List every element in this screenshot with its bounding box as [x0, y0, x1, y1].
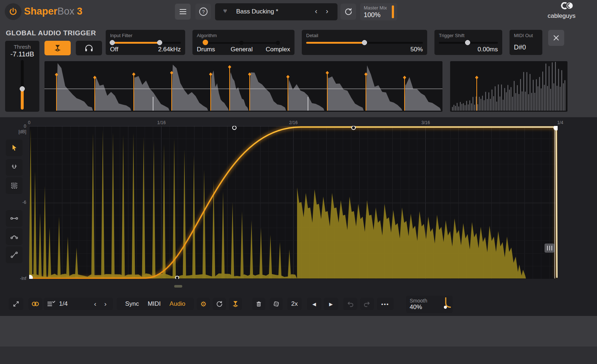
- trash-icon: [255, 300, 262, 308]
- midi-out-value[interactable]: D#0: [514, 44, 526, 51]
- ellipsis-icon: •••: [381, 301, 389, 307]
- curve-point-bottom[interactable]: [176, 276, 179, 279]
- help-button[interactable]: ?: [195, 4, 211, 20]
- preset-selector[interactable]: ♥ Bass Ducking * ‹ ›: [215, 3, 337, 20]
- brand-name: cableguys: [547, 12, 575, 20]
- thresh-label: Thresh: [5, 44, 39, 50]
- audio-trigger-enable-button[interactable]: [44, 41, 71, 55]
- algorithm-option-complex[interactable]: Complex: [266, 46, 290, 53]
- master-mix-panel[interactable]: Master Mix 100%: [360, 3, 397, 20]
- tool-arc-segment[interactable]: [6, 228, 23, 245]
- arc-tool-icon: [10, 232, 19, 241]
- trigger-icon: [53, 44, 62, 52]
- db-zero-label: 0: [12, 124, 26, 129]
- input-filter-low-value: Off: [110, 46, 118, 53]
- algorithm-dot-complex[interactable]: [276, 41, 280, 45]
- loop-mode-button[interactable]: [213, 298, 226, 310]
- undo-button[interactable]: [343, 298, 357, 310]
- close-trigger-panel-button[interactable]: [548, 30, 564, 46]
- ruler-label-1-4: 1/4: [557, 120, 563, 125]
- input-filter-panel: Input Filter Off 2.64kHz: [106, 30, 185, 55]
- redo-button[interactable]: [360, 298, 374, 310]
- close-icon: [553, 35, 559, 41]
- logo-shaper: Shaper: [24, 6, 58, 17]
- global-audio-trigger-section: GLOBAL AUDIO TRIGGER Thresh -7.11dB Inpu…: [0, 24, 597, 117]
- algorithm-dot-general[interactable]: [239, 41, 243, 45]
- preset-next-button[interactable]: ›: [326, 7, 328, 15]
- play-left-icon: ◀: [312, 301, 316, 307]
- preset-prev-button[interactable]: ‹: [315, 7, 317, 15]
- wave-list-icon[interactable]: [47, 300, 55, 308]
- magnet-icon: [10, 163, 18, 171]
- smooth-curve-icon: [436, 296, 452, 312]
- x2-label: 2x: [291, 300, 298, 308]
- favorite-heart-icon[interactable]: ♥: [223, 7, 227, 15]
- plot-scrollbar-handle[interactable]: [174, 285, 182, 288]
- trigger-shift-knob[interactable]: [465, 40, 470, 45]
- mode-midi[interactable]: MIDI: [148, 300, 161, 308]
- trigger-listen-button[interactable]: [76, 41, 102, 55]
- headphones-icon: [84, 44, 94, 52]
- algorithm-panel: Algorithm Drums General Complex: [192, 30, 294, 55]
- algorithm-dot-drums[interactable]: [203, 40, 208, 45]
- rate-value[interactable]: 1/4: [59, 300, 68, 308]
- detail-knob[interactable]: [362, 40, 367, 45]
- tool-marquee-select[interactable]: [6, 177, 23, 194]
- power-icon: [8, 7, 18, 16]
- shift-right-button[interactable]: ▶: [324, 298, 338, 310]
- mode-audio[interactable]: Audio: [169, 300, 185, 308]
- trigger-section-title: GLOBAL AUDIO TRIGGER: [6, 29, 96, 37]
- trigger-settings-button[interactable]: ⚙: [197, 298, 210, 310]
- delete-wave-button[interactable]: [252, 298, 265, 310]
- loop-icon: [216, 300, 223, 308]
- lfo-curve-plot[interactable]: [29, 126, 558, 279]
- curve-editor-section: 01/162/163/161/4 0 [dB] -6 -Inf: [0, 117, 597, 316]
- curve-point-top-1[interactable]: [233, 126, 236, 130]
- ab-compare-button[interactable]: [340, 4, 356, 20]
- master-mix-slider[interactable]: [392, 5, 394, 18]
- rate-next-button[interactable]: ›: [104, 300, 106, 308]
- main-menu-button[interactable]: [175, 4, 191, 20]
- preset-name[interactable]: Bass Ducking *: [236, 8, 278, 15]
- input-filter-slider[interactable]: [110, 42, 181, 44]
- randomize-button[interactable]: [270, 298, 283, 310]
- brand-logo: cableguys: [530, 2, 578, 21]
- algorithm-option-general[interactable]: General: [231, 46, 253, 53]
- power-button[interactable]: [5, 3, 22, 20]
- input-filter-high-knob[interactable]: [157, 40, 162, 45]
- more-options-button[interactable]: •••: [377, 298, 394, 310]
- logo-box: Box: [58, 6, 75, 17]
- tool-pointer[interactable]: [6, 139, 23, 156]
- curve-point-end[interactable]: [554, 126, 558, 130]
- db-unit-label: [dB]: [12, 129, 26, 134]
- thresh-slider[interactable]: [21, 60, 24, 110]
- trigger-shift-value: 0.00ms: [477, 46, 498, 53]
- smooth-panel[interactable]: Smooth 40%: [406, 296, 453, 313]
- tool-snap-magnet[interactable]: [6, 159, 23, 176]
- audio-trigger-button[interactable]: [229, 298, 242, 310]
- tool-s-curve-segment[interactable]: [6, 246, 23, 263]
- input-filter-high-value: 2.64kHz: [158, 46, 181, 53]
- expand-editor-button[interactable]: [9, 298, 23, 310]
- link-waves-button[interactable]: [28, 298, 42, 310]
- mode-sync[interactable]: Sync: [125, 300, 139, 308]
- tool-line-segment[interactable]: [6, 210, 23, 227]
- thresh-slider-knob[interactable]: [20, 86, 25, 91]
- algorithm-label: Algorithm: [197, 33, 217, 38]
- rate-prev-button[interactable]: ‹: [94, 300, 96, 308]
- loop-region-grip[interactable]: [545, 244, 554, 253]
- input-filter-low-knob[interactable]: [110, 40, 115, 45]
- pointer-cursor-icon: [10, 144, 18, 152]
- shift-left-button[interactable]: ◀: [307, 298, 321, 310]
- algorithm-option-drums[interactable]: Drums: [197, 46, 215, 53]
- double-wave-button[interactable]: 2x: [287, 298, 302, 310]
- curve-point-top-2[interactable]: [352, 126, 355, 130]
- midi-out-label: MIDI Out: [514, 33, 533, 38]
- trigger-waveform-display-side: [450, 61, 567, 112]
- expand-icon: [12, 300, 20, 308]
- db-neginf-label: -Inf: [12, 276, 26, 281]
- curve-point-start[interactable]: [29, 275, 32, 279]
- play-right-icon: ▶: [329, 301, 333, 307]
- shaperbox-window: { "app": { "logo": { "shaper": "Shaper",…: [0, 0, 597, 364]
- smooth-value: 40%: [410, 304, 427, 311]
